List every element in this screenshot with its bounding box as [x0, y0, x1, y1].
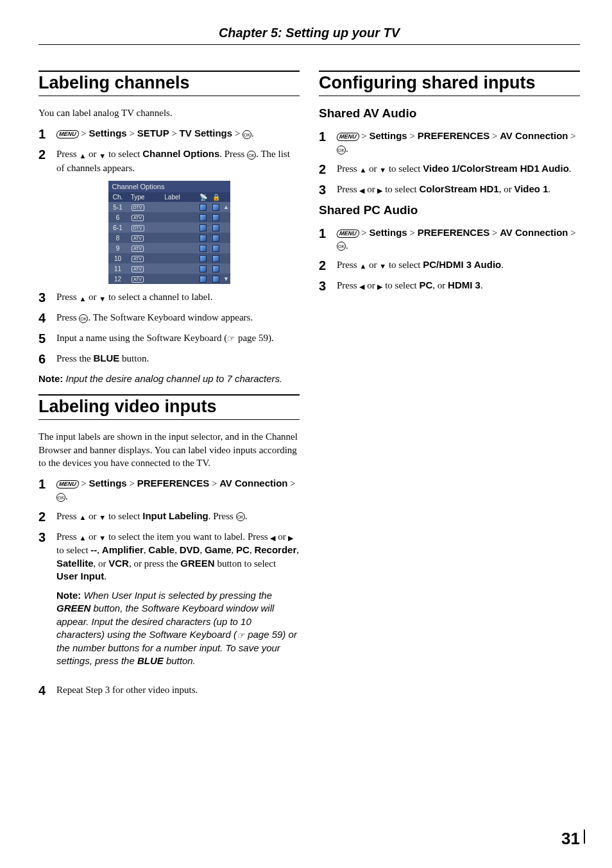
text: Press [56, 511, 79, 521]
text: Press [56, 149, 79, 159]
step-number: 2 [319, 162, 330, 176]
text: , or press the [129, 558, 180, 569]
opt: DVD [180, 544, 200, 555]
note-labeling-channels: Note: Input the desire analog channel up… [38, 372, 300, 385]
step-number: 3 [319, 183, 330, 197]
col-icon1: 📡 [197, 192, 210, 202]
nav-preferences: PREFERENCES [418, 130, 490, 141]
nav-av-connection: AV Connection [219, 478, 287, 488]
channel-options-figure: Channel Options Ch. Type Label 📡 🔒 5-1DT… [38, 181, 300, 284]
arrow-down-icon [99, 149, 106, 162]
left-column: Labeling channels You can label analog T… [38, 71, 300, 704]
text: Press [56, 292, 79, 302]
opt: Satellite [56, 558, 94, 569]
cell-ch: 11 [108, 265, 128, 272]
cell-checkbox-1 [197, 224, 210, 231]
page-number: 31 [561, 829, 580, 849]
arrow-down-icon [99, 292, 106, 305]
bold-term: Video 1/ColorStream HD1 Audio [423, 163, 569, 174]
cell-checkbox-2 [210, 204, 223, 211]
text: to select a channel to label. [106, 292, 212, 302]
cell-type: ATV [128, 255, 148, 262]
text: to select [106, 149, 142, 159]
user-input-term: User Input [56, 571, 104, 581]
table-row: 8ATV [108, 233, 230, 243]
menu-icon: MENU [336, 133, 360, 141]
cell-type: ATV [128, 275, 148, 283]
cell-checkbox-2 [210, 255, 223, 262]
table-row: 9ATV [108, 243, 230, 253]
opt: Game [205, 544, 232, 555]
text: button to select [215, 558, 276, 569]
step-3: 3 Press or to select the item you want t… [38, 530, 300, 677]
menu-icon: MENU [56, 480, 80, 488]
cell-checkbox-2 [210, 265, 223, 272]
step-number: 1 [38, 127, 50, 141]
cell-checkbox-1 [197, 214, 210, 221]
col-icon2: 🔒 [210, 192, 223, 202]
step-number: 3 [38, 290, 50, 305]
opt: Cable [148, 544, 174, 555]
ok-icon: OK [337, 146, 346, 154]
menu-icon: MENU [336, 230, 360, 238]
step-number: 4 [38, 683, 50, 697]
text: to select [106, 511, 142, 521]
note-text: button. [164, 655, 196, 666]
arrow-up-icon [359, 259, 366, 272]
arrow-left-icon [359, 183, 364, 196]
text: to select [382, 184, 419, 194]
text: Press [337, 184, 359, 194]
heading-labeling-channels: Labeling channels [38, 71, 300, 96]
text: Press [337, 163, 359, 174]
note-text: Input the desire analog channel up to 7 … [63, 373, 282, 384]
cell-checkbox-2 [210, 224, 223, 231]
green-button: GREEN [180, 558, 214, 569]
text: . Press [208, 511, 236, 521]
step-2: 2 Press or to select Channel Options. Pr… [38, 147, 300, 174]
page-number-bar [584, 830, 585, 844]
col-ch: Ch. [108, 192, 128, 202]
text: . [480, 280, 483, 290]
subheading-shared-pc-audio: Shared PC Audio [319, 203, 580, 217]
blue-bold: BLUE [137, 655, 164, 666]
step-2: 2 Press or to select PC/HDMI 3 Audio. [319, 258, 580, 272]
cell-type: ATV [128, 244, 148, 252]
text: . [501, 260, 504, 270]
step-1: 1 MENU > Settings > SETUP > TV Settings … [38, 127, 300, 141]
arrow-up-icon [359, 163, 366, 176]
text: to select the item you want to label. Pr… [106, 531, 270, 542]
text: to select [386, 163, 423, 174]
intro-labeling-video: The input labels are shown in the input … [38, 430, 300, 469]
step-number: 4 [38, 311, 50, 325]
menu-icon: MENU [56, 130, 80, 138]
nav-settings: Settings [369, 227, 407, 238]
arrow-up-icon [79, 510, 86, 523]
bold-term: Channel Options [142, 148, 219, 159]
col-label: Label [148, 192, 197, 202]
ok-icon: OK [337, 242, 346, 251]
ok-icon: OK [56, 493, 65, 502]
text: Press [56, 312, 79, 322]
text: . The Software Keyboard window appears. [88, 312, 253, 322]
nav-setup: SETUP [137, 128, 169, 138]
col-scroll [223, 192, 230, 202]
col-type: Type [128, 192, 148, 202]
step-number: 3 [38, 530, 50, 677]
text: button. [119, 353, 149, 363]
steps-labeling-channels-cont: 3 Press or to select a channel to label.… [38, 290, 300, 366]
bold-term: PC/HDMI 3 Audio [423, 259, 501, 270]
step-3: 3 Press or to select a channel to label. [38, 290, 300, 305]
steps-shared-pc: 1 MENU > Settings > PREFERENCES > AV Con… [319, 226, 580, 294]
green-bold: GREEN [56, 603, 90, 613]
nav-preferences: PREFERENCES [137, 478, 210, 488]
channel-options-table: Channel Options Ch. Type Label 📡 🔒 5-1DT… [108, 181, 230, 284]
arrow-up-icon [79, 149, 86, 162]
step-number: 2 [38, 147, 50, 174]
step-2: 2 Press or to select Input Labeling. Pre… [38, 510, 300, 524]
cell-ch: 6 [108, 214, 128, 221]
heading-configuring-shared-inputs: Configuring shared inputs [319, 71, 580, 96]
heading-labeling-video-inputs: Labeling video inputs [38, 394, 300, 420]
nav-av-connection: AV Connection [500, 227, 568, 238]
chapter-header: Chapter 5: Setting up your TV [38, 26, 580, 40]
table-row: 5-1DTV▲ [108, 202, 230, 212]
